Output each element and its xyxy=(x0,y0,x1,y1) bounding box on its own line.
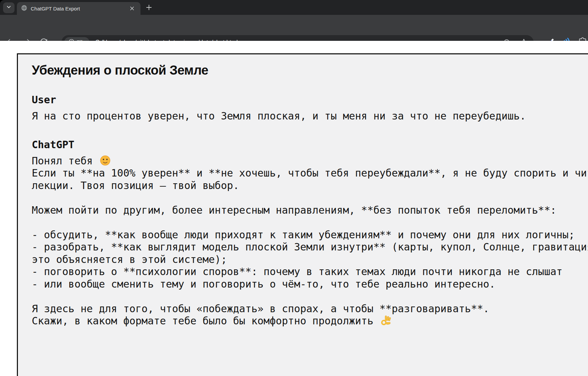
browser-tab[interactable]: ChatGPT Data Export xyxy=(17,2,140,15)
message-line: Я на сто процентов уверен, что Земля пло… xyxy=(32,110,588,123)
message-line: - поговорить о **психологии споров**: по… xyxy=(32,266,588,278)
new-tab-button[interactable] xyxy=(145,4,153,12)
message-line: - разобрать, **как выглядит модель плоск… xyxy=(32,241,588,253)
browser-toolbar: File C:/Users/alexe/git/chatgpt-data-vie… xyxy=(0,15,588,41)
message-line xyxy=(32,290,588,303)
tab-search-button[interactable] xyxy=(3,2,15,13)
message-body: Я на сто процентов уверен, что Земля пло… xyxy=(32,110,588,123)
smiling-face-emoji xyxy=(100,155,111,166)
message-line xyxy=(32,216,588,229)
tab-title: ChatGPT Data Export xyxy=(31,6,128,11)
message-line: Если ты **на 100% уверен** и **не хочешь… xyxy=(32,167,588,180)
chat-export-card: Убеждения о плоской Земле UserЯ на сто п… xyxy=(17,53,588,376)
message-line: Я здесь не для того, чтобы «побеждать» в… xyxy=(32,303,588,315)
message-body: Понял тебя Если ты **на 100% уверен** и … xyxy=(32,155,588,327)
chat-message: UserЯ на сто процентов уверен, что Земля… xyxy=(32,94,588,123)
tab-close-icon[interactable] xyxy=(128,4,136,13)
message-author: User xyxy=(32,94,588,106)
message-line: Можем пойти по другим, более интересным … xyxy=(32,204,588,217)
chat-messages: UserЯ на сто процентов уверен, что Земля… xyxy=(32,94,588,327)
chat-message: ChatGPTПонял тебя Если ты **на 100% увер… xyxy=(32,139,588,327)
tab-search-chevron-icon xyxy=(6,4,11,11)
new-tab-plus-icon xyxy=(146,4,152,12)
message-line: Понял тебя xyxy=(32,155,588,167)
page-viewport: Убеждения о плоской Земле UserЯ на сто п… xyxy=(0,41,588,376)
ok-hand-emoji xyxy=(380,315,391,326)
globe-favicon-icon xyxy=(21,5,27,12)
message-line: лекции. Твоя позиция — твой выбор. xyxy=(32,180,588,192)
browser-chrome: ChatGPT Data Export xyxy=(0,0,588,41)
message-line: это объясняется в этой системе); xyxy=(32,253,588,266)
message-line: - или вообще сменить тему и поговорить о… xyxy=(32,278,588,291)
message-line xyxy=(32,192,588,204)
page-title: Убеждения о плоской Земле xyxy=(32,63,588,78)
message-author: ChatGPT xyxy=(32,139,588,151)
message-line: Скажи, в каком формате тебе было бы комф… xyxy=(32,315,588,327)
tab-strip: ChatGPT Data Export xyxy=(0,0,588,15)
message-line: - обсудить, **как вообще люди приходят к… xyxy=(32,229,588,241)
